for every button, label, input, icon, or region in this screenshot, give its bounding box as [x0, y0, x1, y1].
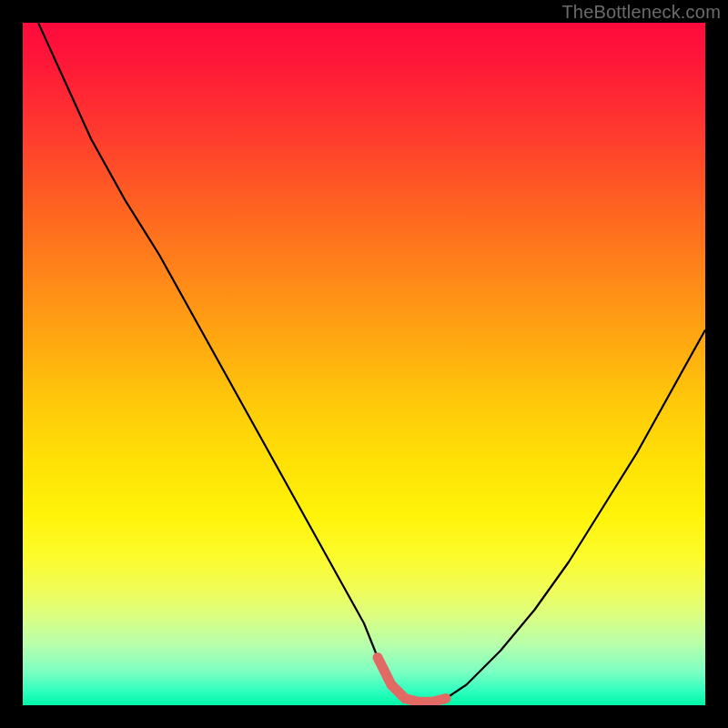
bottleneck-curve-path — [23, 23, 705, 702]
highlight-flat-segment — [378, 658, 446, 703]
chart-stage: TheBottleneck.com — [0, 0, 728, 728]
plot-area — [23, 23, 705, 705]
curve-layer — [23, 23, 705, 705]
watermark-text: TheBottleneck.com — [561, 2, 721, 23]
